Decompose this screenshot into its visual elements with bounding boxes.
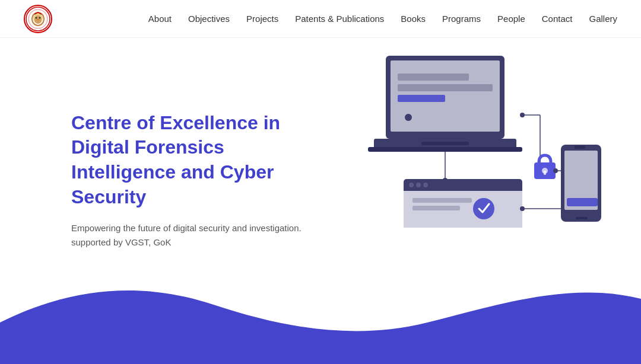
svg-point-24	[553, 168, 558, 173]
svg-point-38	[416, 183, 421, 187]
svg-point-44	[520, 206, 525, 211]
svg-point-37	[409, 183, 414, 187]
nav-item-people[interactable]: People	[497, 14, 525, 24]
svg-rect-28	[575, 146, 585, 149]
svg-point-13	[405, 114, 412, 121]
hero-subtitle: Empowering the future of digital securit…	[71, 221, 309, 250]
nav-item-contact[interactable]: Contact	[542, 14, 573, 24]
svg-rect-16	[421, 142, 469, 145]
hero-title: Centre of Excellence in Digital Forensic…	[71, 111, 309, 209]
navbar: About Objectives Projects Patents & Publ…	[0, 0, 641, 38]
svg-point-4	[36, 17, 37, 18]
nav-item-books[interactable]: Books	[401, 14, 426, 24]
nav-item-objectives[interactable]: Objectives	[188, 14, 230, 24]
hero-text-block: Centre of Excellence in Digital Forensic…	[71, 111, 309, 250]
svg-point-39	[423, 183, 428, 187]
nav-item-projects[interactable]: Projects	[246, 14, 278, 24]
cyber-illustration-svg	[356, 44, 605, 228]
wave-decoration	[0, 275, 641, 364]
logo-circle	[24, 5, 52, 33]
svg-rect-12	[398, 95, 445, 102]
hero-illustration	[356, 44, 605, 234]
svg-rect-11	[398, 84, 493, 91]
svg-rect-36	[404, 185, 522, 191]
nav-item-programs[interactable]: Programs	[442, 14, 481, 24]
svg-point-5	[39, 17, 41, 18]
nav-menu: About Objectives Projects Patents & Publ…	[148, 14, 617, 24]
hero-section: Centre of Excellence in Digital Forensic…	[0, 38, 641, 287]
svg-rect-22	[544, 171, 546, 175]
svg-rect-41	[412, 206, 460, 210]
logo-icon	[26, 7, 50, 31]
logo[interactable]	[24, 5, 52, 33]
svg-rect-29	[567, 198, 598, 206]
svg-point-6	[37, 19, 39, 20]
svg-rect-10	[398, 74, 469, 81]
nav-item-about[interactable]: About	[148, 14, 172, 24]
nav-item-patents[interactable]: Patents & Publications	[295, 14, 384, 24]
svg-point-19	[520, 113, 525, 117]
svg-point-31	[564, 213, 569, 218]
svg-rect-15	[368, 147, 522, 152]
nav-item-gallery[interactable]: Gallery	[589, 14, 617, 24]
svg-point-42	[473, 198, 494, 219]
svg-rect-30	[576, 217, 588, 219]
svg-rect-40	[412, 198, 472, 203]
